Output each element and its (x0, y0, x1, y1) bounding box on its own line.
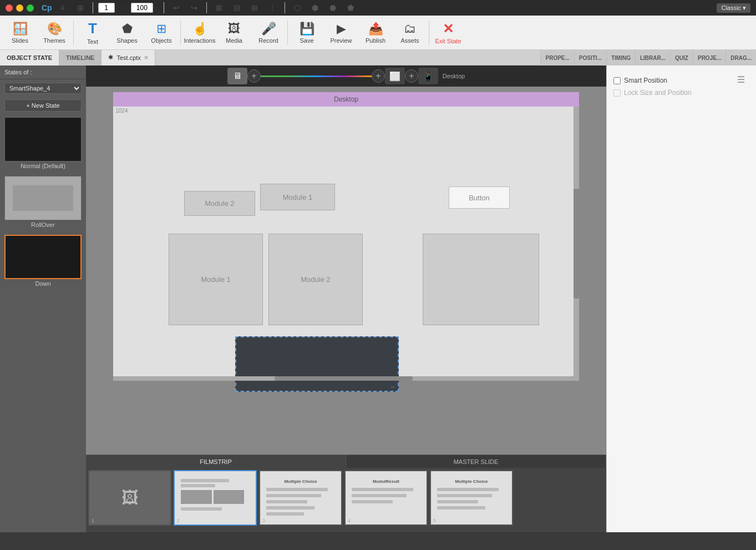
undo-icon[interactable]: ↩ (169, 1, 184, 15)
slide4-num: 4 (348, 518, 351, 523)
distribute-icon[interactable]: ⋮ (265, 1, 280, 15)
states-header: States of : (0, 65, 86, 79)
thumb-bar2 (181, 484, 215, 487)
assets-tool[interactable]: 🗂 Assets (393, 17, 427, 48)
slide-thumb-1[interactable]: 🖼 1 (88, 470, 171, 526)
lock-size-checkbox[interactable] (613, 89, 621, 97)
slide-thumb-3[interactable]: Multiple Choice 3 (259, 470, 342, 526)
redo-icon[interactable]: ↪ (187, 1, 201, 15)
new-state-button[interactable]: + New State (4, 99, 82, 112)
canvas-scrollbar-h[interactable] (113, 376, 574, 381)
text-icon: T (88, 20, 97, 37)
add-breakpoint-btn3[interactable]: + (405, 69, 418, 83)
rtab-timing[interactable]: TIMING (606, 50, 635, 65)
slides-tool[interactable]: 🪟 Slides (3, 17, 37, 48)
selected-resize-handle[interactable]: ↔ (390, 384, 395, 390)
button-label: Button (469, 194, 490, 202)
align-center-icon[interactable]: ⊟ (230, 1, 244, 15)
toolbar2: 🪟 Slides 🎨 Themes T Text ⬟ Shapes ⊞ Obje… (0, 16, 756, 50)
state-normal-label: Normal (Default) (4, 163, 82, 169)
toolbar-icon-2[interactable]: ⊞ (73, 1, 88, 15)
module1-small[interactable]: Module 1 (260, 184, 335, 210)
layer-icon1[interactable]: ⬡ (290, 1, 305, 15)
state-down[interactable]: Down (4, 235, 82, 287)
state-normal-thumb (4, 117, 82, 162)
state-normal[interactable]: Normal (Default) (4, 117, 82, 169)
themes-tool[interactable]: 🎨 Themes (38, 17, 71, 48)
master-slide-tab[interactable]: MASTER SLIDE (346, 455, 606, 468)
page-sep2: | (127, 4, 129, 12)
minimize-button[interactable] (16, 4, 23, 12)
page-current-input[interactable] (98, 3, 115, 13)
sep4 (285, 2, 285, 13)
exit-state-tool[interactable]: ✕ Exit State (432, 17, 465, 48)
rtab-library[interactable]: LIBRAR... (635, 50, 670, 65)
layer-icon4[interactable]: ⬟ (343, 1, 358, 15)
slide-thumb-4[interactable]: ModulResult 4 (344, 470, 428, 526)
slide-canvas[interactable]: Desktop 1024 Button Module 1 Module 2 Mo… (86, 87, 606, 455)
align-right-icon[interactable]: ⊞ (247, 1, 262, 15)
slide-thumb-2[interactable]: 2 (174, 470, 257, 526)
layer-icon2[interactable]: ⬢ (308, 1, 322, 15)
tab-object-state[interactable]: OBJECT STATE (0, 50, 59, 65)
slide3-bar5 (266, 512, 304, 516)
tab-timeline[interactable]: TIMELINE (59, 50, 102, 65)
rtab-drag[interactable]: DRAG... (725, 50, 756, 65)
states-select[interactable]: SmartShape_4 (4, 83, 82, 94)
add-breakpoint-btn[interactable]: + (247, 69, 261, 83)
rtab-properties[interactable]: PROPE... (540, 50, 574, 65)
shapes-label: Shapes (116, 37, 137, 44)
rtab-project[interactable]: PROJE... (693, 50, 725, 65)
media-tool[interactable]: 🖼 Media (217, 17, 251, 48)
media-icon: 🖼 (228, 22, 240, 36)
zoom-input[interactable] (131, 3, 153, 13)
objects-tool[interactable]: ⊞ Objects (145, 17, 178, 48)
record-icon: 🎤 (261, 22, 276, 36)
app-logo: Cp (42, 3, 52, 12)
file-tab-close[interactable]: × (144, 53, 149, 62)
layer-icon3[interactable]: ⬣ (326, 1, 340, 15)
filmstrip-tab[interactable]: FILMSTRIP (86, 455, 346, 468)
save-tool[interactable]: 💾 Save (290, 17, 323, 48)
mobile-device-btn[interactable]: 📱 (418, 68, 438, 84)
interactions-tool[interactable]: ☝ Interactions (183, 17, 216, 48)
record-tool[interactable]: 🎤 Record (252, 17, 285, 48)
zoom-icon[interactable]: ▾ (155, 4, 159, 12)
publish-tool[interactable]: 📤 Publish (359, 17, 392, 48)
slide-thumb-5[interactable]: Multiple Choice 5 (430, 470, 513, 526)
scrollbar-h-thumb[interactable] (275, 376, 413, 381)
rtab-quiz[interactable]: QUIZ (670, 50, 693, 65)
tool-sep1 (73, 21, 74, 45)
tablet-device-btn[interactable]: ⬜ (385, 68, 405, 84)
text-tool[interactable]: T Text (76, 17, 109, 48)
tabbar: OBJECT STATE TIMELINE ✱ Test.cptx × PROP… (0, 50, 756, 65)
preview-tool[interactable]: ▶ Preview (324, 17, 358, 48)
smart-position-checkbox[interactable] (613, 77, 621, 84)
add-breakpoint-btn2[interactable]: + (372, 69, 385, 83)
slide2-content (175, 471, 256, 524)
desktop-device-btn[interactable]: 🖥 (227, 68, 247, 84)
module3-large[interactable] (423, 234, 539, 325)
scrollbar-thumb[interactable] (574, 189, 579, 299)
maximize-button[interactable] (27, 4, 34, 12)
module2-small[interactable]: Module 2 (184, 191, 255, 216)
state-rollover[interactable]: RollOver (4, 176, 82, 228)
tool-sep4 (429, 21, 429, 45)
classic-theme-button[interactable]: Classic ▾ (717, 3, 750, 13)
slide4-content: ModulResult (346, 471, 427, 524)
align-left-icon[interactable]: ⊞ (212, 1, 226, 15)
exit-state-label: Exit State (435, 38, 461, 44)
module1-large-label: Module 1 (201, 275, 230, 284)
shapes-tool[interactable]: ⬟ Shapes (110, 17, 144, 48)
rtab-position[interactable]: POSITI... (574, 50, 606, 65)
canvas-scrollbar[interactable] (574, 107, 579, 381)
file-tab[interactable]: ✱ Test.cptx × (102, 50, 155, 65)
module1-large[interactable]: Module 1 (169, 234, 263, 325)
module2-large[interactable]: Module 2 (268, 234, 363, 325)
close-button[interactable] (6, 4, 13, 12)
list-icon[interactable]: ☰ (737, 74, 745, 85)
toolbar-icon-1[interactable]: ≡ (55, 1, 70, 15)
selected-element[interactable]: ↔ (235, 336, 399, 392)
slides-label: Slides (12, 37, 28, 44)
button-element[interactable]: Button (449, 186, 510, 209)
